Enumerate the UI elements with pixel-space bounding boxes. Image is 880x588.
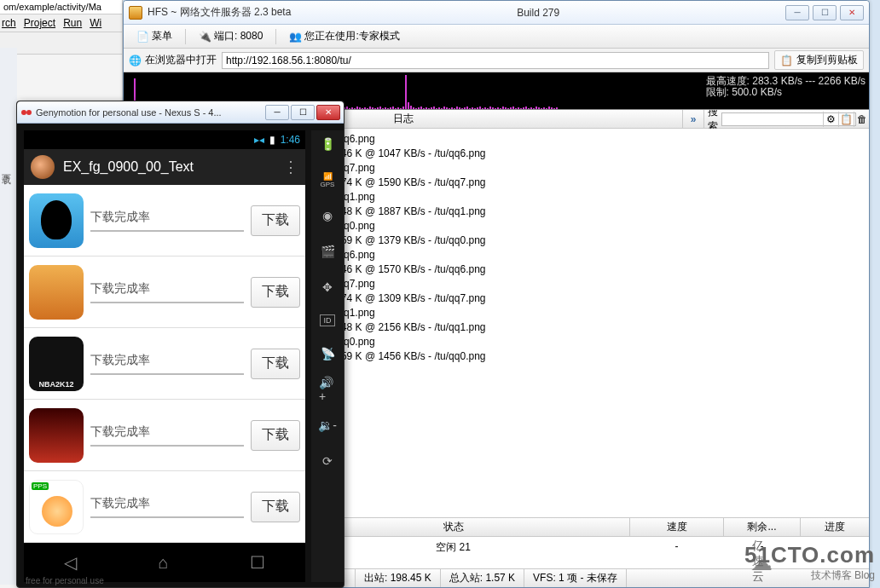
cell-progress [801,537,869,568]
item-info: 下载完成率 [90,281,244,303]
dpad-icon[interactable]: ✥ [319,279,336,296]
geny-app-icon [20,107,32,118]
volume-up-icon[interactable]: 🔊+ [319,381,336,398]
maximize-button[interactable]: ☐ [291,105,315,120]
ide-menu: rch Project Run Wi [0,14,122,32]
cell-speed: - [630,537,724,568]
list-item: NBA2K12下载完成率下载 [24,328,305,400]
ide-menu-item[interactable]: rch [2,17,16,29]
item-label: 下载完成率 [90,496,244,511]
item-info: 下载完成率 [90,353,244,375]
battery-icon[interactable]: 🔋 [319,135,336,153]
list-item: 下载完成率下载 [24,471,305,543]
app-icon [31,155,55,179]
item-info: 下载完成率 [90,210,244,232]
thumbnail [29,408,84,463]
item-label: 下载完成率 [90,210,244,225]
app-bar: EX_fg_0900_00_Text ⋮ [24,149,305,185]
back-button[interactable]: ◁ [64,552,77,573]
download-button[interactable]: 下载 [251,420,300,451]
download-button[interactable]: 下载 [251,277,300,308]
copy-clipboard-button[interactable]: 📋 复制到剪贴板 [774,50,864,70]
wifi-icon: ▸◂ [254,134,264,146]
status-out: 出站: 198.45 K [356,569,441,587]
globe-icon: 🌐 [129,55,142,66]
ide-title: om/example/activity/Ma [0,0,122,14]
thumbnail [29,193,84,248]
recent-button[interactable]: ☐ [250,552,265,573]
hfs-titlebar[interactable]: HFS ~ 网络文件服务器 2.3 beta Build 279 ─ ☐ ✕ [124,1,869,25]
ide-menu-item[interactable]: Wi [90,17,101,29]
limit-speed: 限制: 500.0 KB/s [706,87,866,98]
port-icon: 🔌 [199,31,211,43]
rss-icon[interactable]: 📡 [319,345,336,362]
user-icon: 👥 [289,31,301,43]
item-label: 下载完成率 [90,353,244,368]
thumbnail [29,265,84,320]
gps-icon[interactable]: 📶GPS [319,171,336,188]
geny-footer: free for personal use [26,576,104,585]
home-button[interactable]: ⌂ [158,553,168,573]
col-progress[interactable]: 进度 [801,518,869,536]
close-button[interactable]: ✕ [840,5,864,20]
ide-toolbar [0,32,122,55]
hfs-title: HFS ~ 网络文件服务器 2.3 beta [148,5,291,20]
maximize-button[interactable]: ☐ [813,5,837,20]
list-item: 下载完成率下载 [24,400,305,471]
list-item: 下载完成率下载 [24,257,305,328]
hfs-build: Build 279 [291,7,785,19]
menu-button[interactable]: 📄 菜单 [129,26,180,46]
thumbnail: NBA2K12 [29,337,84,391]
download-button[interactable]: 下载 [251,492,300,522]
geny-titlebar[interactable]: Genymotion for personal use - Nexus S - … [17,101,344,124]
battery-icon: ▮ [269,134,275,146]
search-box: 搜索 [703,110,823,128]
download-list[interactable]: 下载完成率下载下载完成率下载NBA2K12下载完成率下载下载完成率下载下载完成率… [24,185,305,543]
overflow-menu-icon[interactable]: ⋮ [283,158,298,176]
col-remain[interactable]: 剩余... [724,518,801,536]
item-label: 下载完成率 [90,424,244,440]
minimize-button[interactable]: ─ [785,5,809,20]
item-info: 下载完成率 [90,496,244,518]
svg-point-1 [26,110,32,115]
ide-side-label: 下载 [0,48,13,167]
minimize-button[interactable]: ─ [265,105,289,120]
camera-icon[interactable]: ◉ [319,207,336,224]
progress-bar [90,516,244,518]
open-browser-button[interactable]: 🌐 在浏览器中打开 [129,53,217,67]
mode-button[interactable]: 👥 您正在使用:专家模式 [281,26,407,46]
rotate-icon[interactable]: ⟳ [319,453,336,470]
mode-label: 您正在使用:专家模式 [304,29,399,43]
menu-icon: 📄 [136,31,148,43]
android-statusbar[interactable]: ▸◂ ▮ 1:46 [24,130,305,149]
item-info: 下载完成率 [90,424,244,447]
chevron-right-icon[interactable]: » [683,113,703,125]
item-label: 下载完成率 [90,281,244,297]
progress-bar [90,445,244,447]
download-button[interactable]: 下载 [251,349,300,379]
volume-down-icon[interactable]: 🔉- [319,417,336,434]
filter-icon[interactable]: ⚙ [823,112,838,127]
id-icon[interactable]: ID [320,314,335,326]
phone-screen: ▸◂ ▮ 1:46 EX_fg_0900_00_Text ⋮ 下载完成率下载下载… [24,130,305,582]
open-browser-label: 在浏览器中打开 [145,53,217,67]
capture-icon[interactable]: 🎬 [319,243,336,260]
download-button[interactable]: 下载 [251,205,300,236]
clear-icon[interactable]: 🗑 [854,112,869,127]
close-button[interactable]: ✕ [316,105,340,120]
hfs-urlbar: 🌐 在浏览器中打开 📋 复制到剪贴板 [124,49,869,72]
progress-bar [90,373,244,375]
copy-icon[interactable]: 📋 [838,112,854,127]
thumbnail [29,480,84,534]
port-button[interactable]: 🔌 端口: 8080 [191,26,270,46]
copy-clipboard-label: 复制到剪贴板 [796,53,858,67]
status-vfs: VFS: 1 项 - 未保存 [524,569,627,587]
url-input[interactable] [222,52,769,69]
geny-sidebar: 🔋 📶GPS ◉ 🎬 ✥ ID 📡 🔊+ 🔉- ⟳ [311,130,344,582]
graph-info: 最高速度: 283.3 KB/s --- 2266 KB/s 限制: 500.0… [706,76,866,98]
cell-remain: - [724,537,801,568]
progress-bar [90,230,244,232]
col-speed[interactable]: 速度 [630,518,724,536]
ide-menu-item[interactable]: Project [24,17,55,29]
ide-menu-item[interactable]: Run [63,17,82,29]
